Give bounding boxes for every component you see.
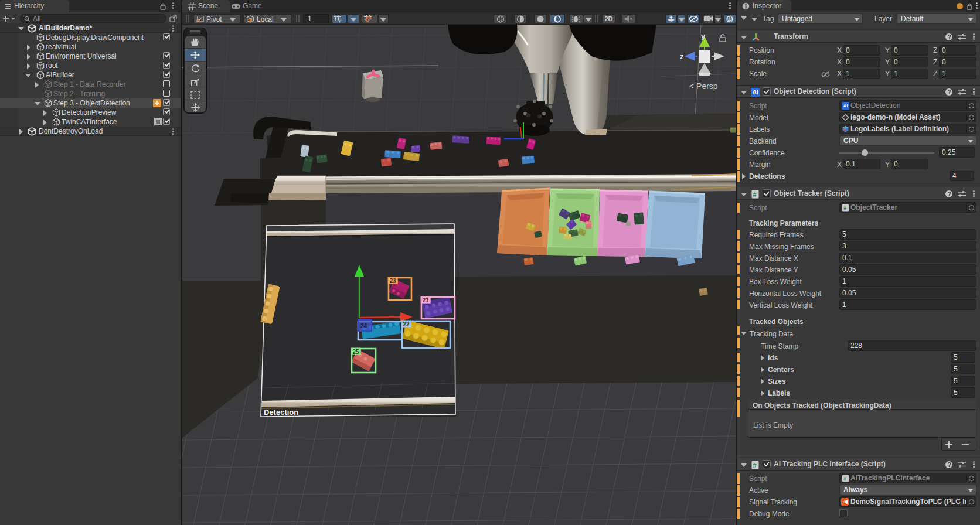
- svg-text:24: 24: [360, 323, 368, 329]
- svg-text:?: ?: [948, 89, 951, 96]
- svg-text:#: #: [753, 191, 757, 198]
- svg-text:23: 23: [390, 278, 397, 284]
- svg-text:?: ?: [948, 191, 951, 197]
- svg-text:#: #: [843, 475, 847, 482]
- svg-text:< Persp: < Persp: [689, 81, 718, 91]
- svg-text:Detection: Detection: [264, 408, 298, 417]
- svg-text:22: 22: [403, 321, 410, 328]
- svg-text:z: z: [680, 52, 684, 61]
- svg-text:21: 21: [423, 297, 430, 304]
- svg-text:Y: Y: [338, 18, 342, 23]
- svg-text:?: ?: [948, 462, 951, 468]
- svg-text:?: ?: [948, 34, 951, 40]
- svg-text:y: y: [701, 32, 706, 40]
- svg-text:#: #: [843, 204, 847, 211]
- svg-text:#: #: [753, 462, 757, 469]
- svg-text:25: 25: [353, 349, 360, 355]
